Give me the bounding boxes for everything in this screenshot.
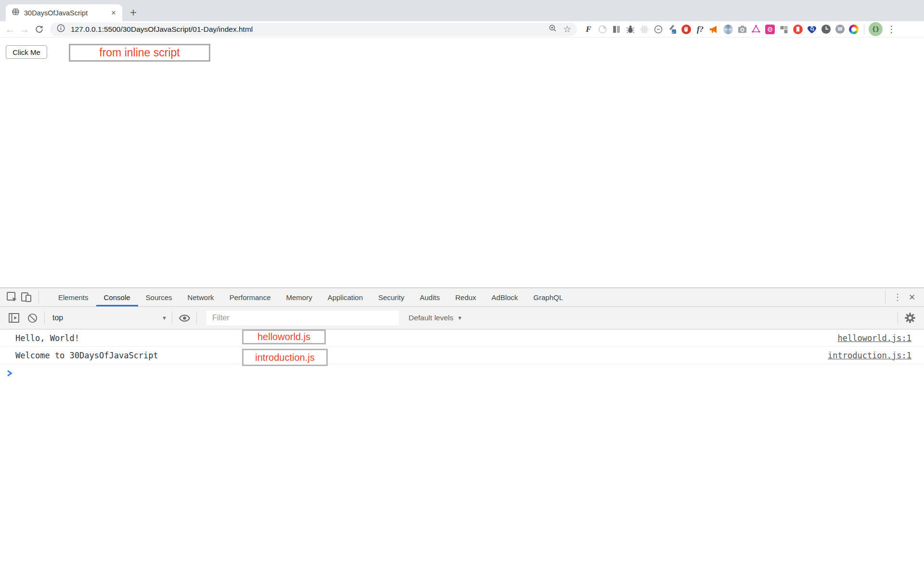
- extension-clock-icon[interactable]: [820, 24, 832, 35]
- annotation-box-helloworld: helloworld.js: [242, 329, 326, 344]
- devtools-panel: Elements Console Sources Network Perform…: [0, 288, 924, 578]
- tab-audits[interactable]: Audits: [412, 288, 448, 306]
- console-toolbar-separator: [44, 312, 45, 324]
- extension-screenshot-icon[interactable]: [736, 24, 748, 35]
- extension-heart-search-icon[interactable]: [806, 24, 818, 35]
- devtools-tabs: Elements Console Sources Network Perform…: [51, 288, 571, 306]
- globe-favicon-icon: [12, 8, 20, 18]
- tab-adblock[interactable]: AdBlock: [484, 288, 526, 306]
- console-toolbar-separator: [172, 312, 172, 324]
- browser-window: 30DaysOfJavaScript × + ← → 127.0.0.1:550…: [0, 0, 924, 578]
- extensions-row: F f?: [583, 24, 860, 35]
- filter-input[interactable]: [206, 311, 399, 325]
- tab-elements[interactable]: Elements: [51, 288, 96, 306]
- console-prompt[interactable]: [0, 364, 924, 382]
- reload-icon[interactable]: [32, 22, 46, 37]
- profile-avatar[interactable]: {}: [869, 22, 883, 36]
- chevron-down-icon: ▼: [162, 315, 167, 321]
- tab-console[interactable]: Console: [96, 288, 138, 306]
- inspect-element-icon[interactable]: [5, 290, 19, 304]
- devtools-tabbar: Elements Console Sources Network Perform…: [0, 288, 924, 307]
- tab-security[interactable]: Security: [371, 288, 412, 306]
- extension-onetab-icon[interactable]: [722, 24, 734, 35]
- tab-title: 30DaysOfJavaScript: [24, 9, 104, 17]
- site-info-icon[interactable]: [57, 24, 65, 34]
- url-text[interactable]: 127.0.0.1:5500/30DaysOfJavaScript/01-Day…: [71, 25, 542, 34]
- device-toolbar-icon[interactable]: [19, 290, 34, 304]
- source-link[interactable]: introduction.js:1: [828, 351, 911, 360]
- browser-toolbar: ← → 127.0.0.1:5500/30DaysOfJavaScript/01…: [0, 21, 924, 38]
- source-link[interactable]: helloworld.js:1: [837, 333, 911, 343]
- tab-sources[interactable]: Sources: [138, 288, 180, 306]
- extension-apollo-graphql-icon[interactable]: [750, 24, 762, 35]
- console-messages: Hello, World! helloworld.js helloworld.j…: [0, 329, 924, 382]
- browser-tab[interactable]: 30DaysOfJavaScript ×: [6, 4, 122, 21]
- bookmark-star-icon[interactable]: ☆: [563, 24, 571, 35]
- extension-atom-icon[interactable]: [597, 24, 608, 35]
- extension-color-wheel-icon[interactable]: [848, 24, 860, 35]
- tab-network[interactable]: Network: [180, 288, 222, 306]
- live-expression-eye-icon[interactable]: [177, 311, 192, 325]
- log-levels-dropdown[interactable]: Default levels ▼: [409, 314, 462, 322]
- zoom-icon[interactable]: [548, 24, 557, 35]
- clear-console-icon[interactable]: [25, 311, 39, 325]
- annotation-box-introduction: introduction.js: [242, 349, 328, 366]
- console-toolbar: top ▼ Default levels ▼: [0, 307, 924, 329]
- extension-suspender-icon[interactable]: [653, 24, 664, 35]
- extension-script-capture-icon[interactable]: F: [583, 24, 594, 35]
- extension-announcer-icon[interactable]: [708, 24, 720, 35]
- tab-graphql[interactable]: GraphQL: [526, 288, 571, 306]
- tab-strip: 30DaysOfJavaScript × +: [0, 0, 924, 21]
- new-tab-button[interactable]: +: [126, 5, 141, 20]
- extension-function-search-icon[interactable]: f?: [694, 24, 706, 35]
- inline-script-text-box: from inline script: [69, 44, 210, 62]
- tab-performance[interactable]: Performance: [222, 288, 279, 306]
- console-message-text: Hello, World!: [15, 333, 79, 343]
- extension-bookmark-icon[interactable]: [792, 24, 804, 35]
- prompt-chevron-icon: [6, 370, 13, 377]
- page-content: Click Me from inline script: [0, 38, 924, 288]
- extension-react-devtools-icon[interactable]: [639, 24, 650, 35]
- extension-bug-icon[interactable]: [625, 24, 636, 35]
- omnibox[interactable]: 127.0.0.1:5500/30DaysOfJavaScript/01-Day…: [50, 23, 577, 36]
- devtools-separator: [885, 291, 886, 303]
- tab-close-icon[interactable]: ×: [109, 8, 118, 18]
- chrome-menu-icon[interactable]: ⋮: [887, 24, 896, 35]
- context-selector[interactable]: top ▼: [52, 314, 167, 322]
- tab-application[interactable]: Application: [320, 288, 371, 306]
- extension-split-columns-icon[interactable]: [611, 24, 622, 35]
- extension-color-picker-icon[interactable]: [667, 24, 678, 35]
- toolbar-separator: [864, 24, 864, 35]
- forward-icon[interactable]: →: [17, 22, 32, 37]
- devtools-separator: [38, 291, 39, 303]
- devtools-menu-icon[interactable]: ⋮: [890, 292, 905, 302]
- console-settings-gear-icon[interactable]: [903, 311, 917, 325]
- chevron-down-icon: ▼: [457, 315, 462, 321]
- context-selector-value: top: [52, 314, 63, 322]
- console-toolbar-separator: [196, 312, 197, 324]
- console-sidebar-icon[interactable]: [7, 311, 21, 325]
- back-icon[interactable]: ←: [3, 22, 17, 37]
- devtools-tabbar-right: ⋮ ✕: [880, 291, 919, 303]
- extension-tag-blocks-icon[interactable]: [778, 24, 790, 35]
- console-message-row: Welcome to 30DaysOfJavaScript introducti…: [0, 347, 924, 364]
- tab-redux[interactable]: Redux: [448, 288, 484, 306]
- extension-wappalyzer-icon[interactable]: W: [834, 24, 846, 35]
- devtools-close-icon[interactable]: ✕: [905, 292, 919, 302]
- console-message-text: Welcome to 30DaysOfJavaScript: [15, 351, 158, 360]
- click-me-button[interactable]: Click Me: [6, 45, 47, 59]
- tab-memory[interactable]: Memory: [279, 288, 320, 306]
- svg-text:W: W: [837, 26, 842, 32]
- extension-pink-settings-icon[interactable]: ⚙: [764, 24, 776, 35]
- console-message-row: Hello, World! helloworld.js helloworld.j…: [0, 329, 924, 347]
- console-toolbar-separator: [898, 312, 898, 324]
- extension-adblock-icon[interactable]: [680, 24, 692, 35]
- log-levels-label: Default levels: [409, 314, 453, 322]
